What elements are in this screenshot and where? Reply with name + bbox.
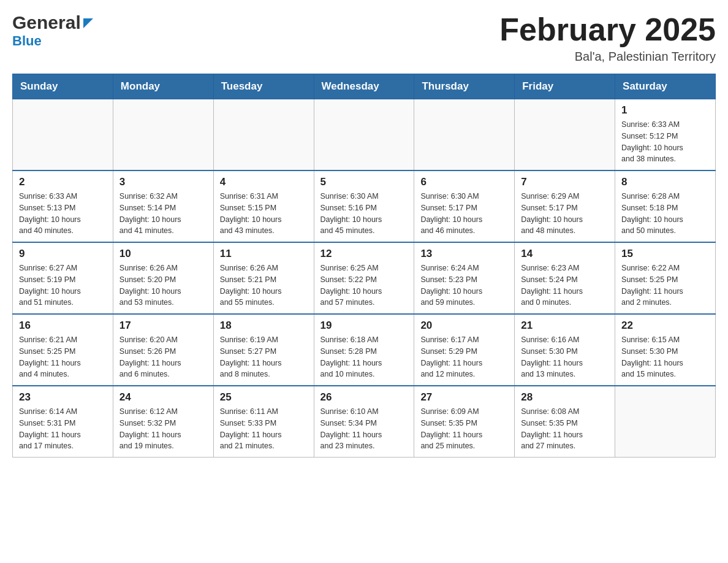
calendar-week-row: 16Sunrise: 6:21 AMSunset: 5:25 PMDayligh… xyxy=(13,314,716,386)
day-info: Sunrise: 6:29 AMSunset: 5:17 PMDaylight:… xyxy=(521,191,609,237)
calendar-day-header: Friday xyxy=(515,74,615,99)
day-number: 21 xyxy=(521,320,609,332)
svg-marker-0 xyxy=(83,18,93,28)
calendar-day-cell: 13Sunrise: 6:24 AMSunset: 5:23 PMDayligh… xyxy=(414,242,515,314)
day-number: 26 xyxy=(320,391,408,404)
day-number: 1 xyxy=(621,104,709,117)
calendar-day-cell: 7Sunrise: 6:29 AMSunset: 5:17 PMDaylight… xyxy=(515,170,615,242)
day-info: Sunrise: 6:19 AMSunset: 5:27 PMDaylight:… xyxy=(220,334,308,380)
logo-general-text: General xyxy=(12,12,81,33)
calendar-week-row: 9Sunrise: 6:27 AMSunset: 5:19 PMDaylight… xyxy=(13,242,716,314)
day-info: Sunrise: 6:16 AMSunset: 5:30 PMDaylight:… xyxy=(521,334,609,380)
day-info: Sunrise: 6:17 AMSunset: 5:29 PMDaylight:… xyxy=(420,334,508,380)
day-info: Sunrise: 6:27 AMSunset: 5:19 PMDaylight:… xyxy=(19,262,107,308)
day-number: 13 xyxy=(420,248,508,260)
calendar-day-cell: 27Sunrise: 6:09 AMSunset: 5:35 PMDayligh… xyxy=(414,386,515,458)
calendar-week-row: 23Sunrise: 6:14 AMSunset: 5:31 PMDayligh… xyxy=(13,386,716,458)
day-number: 18 xyxy=(220,320,308,332)
day-number: 24 xyxy=(119,391,207,404)
day-info: Sunrise: 6:30 AMSunset: 5:16 PMDaylight:… xyxy=(320,191,408,237)
calendar-table: SundayMondayTuesdayWednesdayThursdayFrid… xyxy=(12,74,716,458)
calendar-day-cell: 10Sunrise: 6:26 AMSunset: 5:20 PMDayligh… xyxy=(113,242,213,314)
day-info: Sunrise: 6:33 AMSunset: 5:12 PMDaylight:… xyxy=(621,119,709,165)
day-info: Sunrise: 6:15 AMSunset: 5:30 PMDaylight:… xyxy=(621,334,709,380)
day-number: 17 xyxy=(119,320,207,332)
day-info: Sunrise: 6:24 AMSunset: 5:23 PMDaylight:… xyxy=(420,262,508,308)
calendar-day-cell: 1Sunrise: 6:33 AMSunset: 5:12 PMDaylight… xyxy=(615,99,716,171)
calendar-day-cell: 24Sunrise: 6:12 AMSunset: 5:32 PMDayligh… xyxy=(113,386,213,458)
day-number: 12 xyxy=(320,248,408,260)
day-number: 22 xyxy=(621,320,709,332)
day-info: Sunrise: 6:22 AMSunset: 5:25 PMDaylight:… xyxy=(621,262,709,308)
day-number: 28 xyxy=(521,391,609,404)
calendar-day-cell: 8Sunrise: 6:28 AMSunset: 5:18 PMDaylight… xyxy=(615,170,716,242)
calendar-day-cell: 16Sunrise: 6:21 AMSunset: 5:25 PMDayligh… xyxy=(13,314,113,386)
day-number: 14 xyxy=(521,248,609,260)
day-info: Sunrise: 6:30 AMSunset: 5:17 PMDaylight:… xyxy=(420,191,508,237)
page-header: General Blue February 2025 Bal'a, Palest… xyxy=(12,12,716,64)
calendar-day-cell: 6Sunrise: 6:30 AMSunset: 5:17 PMDaylight… xyxy=(414,170,515,242)
calendar-day-cell: 4Sunrise: 6:31 AMSunset: 5:15 PMDaylight… xyxy=(213,170,314,242)
calendar-day-header: Saturday xyxy=(615,74,716,99)
calendar-header-row: SundayMondayTuesdayWednesdayThursdayFrid… xyxy=(13,74,716,99)
calendar-day-cell: 19Sunrise: 6:18 AMSunset: 5:28 PMDayligh… xyxy=(314,314,414,386)
calendar-day-cell: 2Sunrise: 6:33 AMSunset: 5:13 PMDaylight… xyxy=(13,170,113,242)
calendar-day-cell: 17Sunrise: 6:20 AMSunset: 5:26 PMDayligh… xyxy=(113,314,213,386)
day-info: Sunrise: 6:18 AMSunset: 5:28 PMDaylight:… xyxy=(320,334,408,380)
day-info: Sunrise: 6:20 AMSunset: 5:26 PMDaylight:… xyxy=(119,334,207,380)
calendar-day-cell: 9Sunrise: 6:27 AMSunset: 5:19 PMDaylight… xyxy=(13,242,113,314)
day-number: 5 xyxy=(320,176,408,188)
calendar-day-cell: 26Sunrise: 6:10 AMSunset: 5:34 PMDayligh… xyxy=(314,386,414,458)
day-number: 27 xyxy=(420,391,508,404)
title-section: February 2025 Bal'a, Palestinian Territo… xyxy=(499,12,716,64)
day-info: Sunrise: 6:11 AMSunset: 5:33 PMDaylight:… xyxy=(220,406,308,452)
day-info: Sunrise: 6:28 AMSunset: 5:18 PMDaylight:… xyxy=(621,191,709,237)
day-number: 8 xyxy=(621,176,709,188)
calendar-day-header: Sunday xyxy=(13,74,113,99)
calendar-day-header: Thursday xyxy=(414,74,515,99)
day-number: 10 xyxy=(119,248,207,260)
calendar-day-cell xyxy=(213,99,314,171)
calendar-day-cell: 14Sunrise: 6:23 AMSunset: 5:24 PMDayligh… xyxy=(515,242,615,314)
calendar-week-row: 1Sunrise: 6:33 AMSunset: 5:12 PMDaylight… xyxy=(13,99,716,171)
calendar-day-cell: 3Sunrise: 6:32 AMSunset: 5:14 PMDaylight… xyxy=(113,170,213,242)
day-number: 16 xyxy=(19,320,107,332)
location-label: Bal'a, Palestinian Territory xyxy=(499,50,716,64)
calendar-day-header: Tuesday xyxy=(213,74,314,99)
day-number: 15 xyxy=(621,248,709,260)
day-info: Sunrise: 6:10 AMSunset: 5:34 PMDaylight:… xyxy=(320,406,408,452)
calendar-day-cell: 25Sunrise: 6:11 AMSunset: 5:33 PMDayligh… xyxy=(213,386,314,458)
day-info: Sunrise: 6:26 AMSunset: 5:21 PMDaylight:… xyxy=(220,262,308,308)
calendar-day-cell: 22Sunrise: 6:15 AMSunset: 5:30 PMDayligh… xyxy=(615,314,716,386)
calendar-day-cell: 23Sunrise: 6:14 AMSunset: 5:31 PMDayligh… xyxy=(13,386,113,458)
day-number: 7 xyxy=(521,176,609,188)
day-info: Sunrise: 6:32 AMSunset: 5:14 PMDaylight:… xyxy=(119,191,207,237)
calendar-day-header: Monday xyxy=(113,74,213,99)
day-number: 9 xyxy=(19,248,107,260)
calendar-day-cell: 12Sunrise: 6:25 AMSunset: 5:22 PMDayligh… xyxy=(314,242,414,314)
calendar-day-cell: 28Sunrise: 6:08 AMSunset: 5:35 PMDayligh… xyxy=(515,386,615,458)
day-number: 11 xyxy=(220,248,308,260)
day-number: 4 xyxy=(220,176,308,188)
day-number: 23 xyxy=(19,391,107,404)
day-number: 6 xyxy=(420,176,508,188)
day-number: 2 xyxy=(19,176,107,188)
calendar-day-cell xyxy=(314,99,414,171)
day-info: Sunrise: 6:21 AMSunset: 5:25 PMDaylight:… xyxy=(19,334,107,380)
logo: General Blue xyxy=(12,12,94,49)
calendar-day-cell: 5Sunrise: 6:30 AMSunset: 5:16 PMDaylight… xyxy=(314,170,414,242)
calendar-day-cell: 20Sunrise: 6:17 AMSunset: 5:29 PMDayligh… xyxy=(414,314,515,386)
day-number: 25 xyxy=(220,391,308,404)
day-info: Sunrise: 6:14 AMSunset: 5:31 PMDaylight:… xyxy=(19,406,107,452)
calendar-day-cell: 18Sunrise: 6:19 AMSunset: 5:27 PMDayligh… xyxy=(213,314,314,386)
calendar-day-header: Wednesday xyxy=(314,74,414,99)
day-info: Sunrise: 6:12 AMSunset: 5:32 PMDaylight:… xyxy=(119,406,207,452)
day-number: 20 xyxy=(420,320,508,332)
calendar-day-cell xyxy=(414,99,515,171)
day-info: Sunrise: 6:26 AMSunset: 5:20 PMDaylight:… xyxy=(119,262,207,308)
calendar-day-cell: 11Sunrise: 6:26 AMSunset: 5:21 PMDayligh… xyxy=(213,242,314,314)
day-info: Sunrise: 6:09 AMSunset: 5:35 PMDaylight:… xyxy=(420,406,508,452)
calendar-day-cell xyxy=(615,386,716,458)
calendar-day-cell xyxy=(13,99,113,171)
day-info: Sunrise: 6:23 AMSunset: 5:24 PMDaylight:… xyxy=(521,262,609,308)
